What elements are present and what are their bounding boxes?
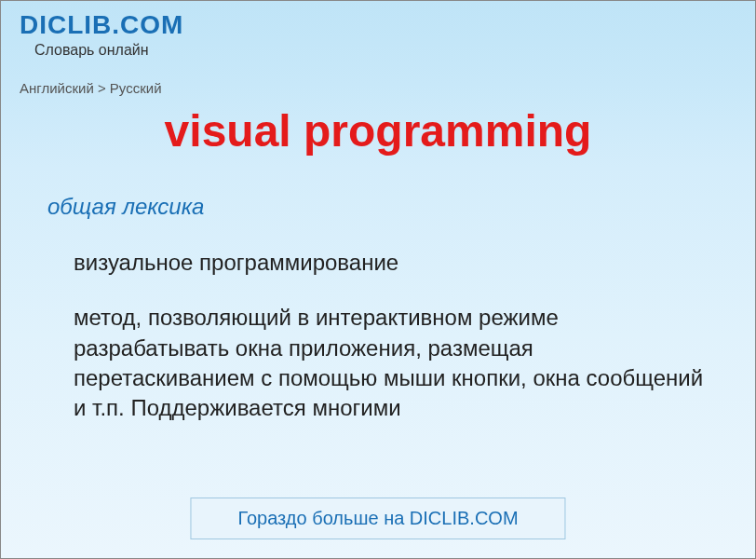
- site-subtitle: Словарь онлайн: [34, 42, 736, 59]
- content-area: общая лексика визуальное программировани…: [1, 194, 755, 424]
- category-label: общая лексика: [47, 194, 718, 220]
- definition-text: визуальное программирование: [74, 248, 718, 277]
- site-title[interactable]: DICLIB.COM: [20, 10, 736, 40]
- header: DICLIB.COM Словарь онлайн: [1, 1, 755, 63]
- footer-link[interactable]: Гораздо больше на DICLIB.COM: [190, 498, 565, 539]
- description-text: метод, позволяющий в интерактивном режим…: [74, 303, 718, 424]
- page-title: visual programming: [1, 105, 755, 157]
- breadcrumb: Английский > Русский: [8, 80, 755, 96]
